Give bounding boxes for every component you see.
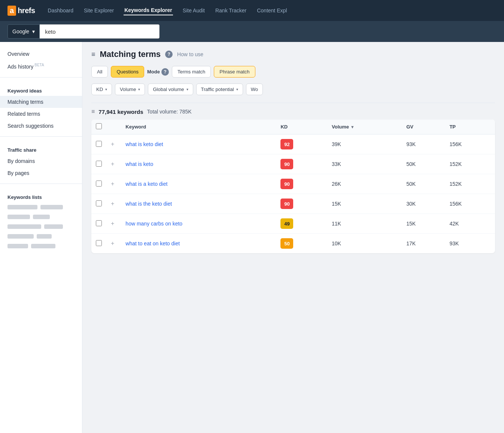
row-checkbox-1[interactable]: [96, 161, 102, 167]
keywords-table: Keyword KD Volume ▼ GV TP + what is keto…: [91, 119, 495, 253]
add-keyword-btn[interactable]: +: [111, 161, 114, 167]
row-keyword: what is keto: [121, 154, 276, 174]
results-count: 77,941 keywords: [98, 109, 143, 115]
row-add-cell: +: [106, 214, 121, 234]
search-bar: Google ▾: [0, 21, 504, 42]
keyword-link[interactable]: what is a keto diet: [125, 181, 167, 187]
row-keyword: what is keto diet: [121, 134, 276, 154]
blur-list-item-2: [0, 212, 82, 222]
row-kd: 90: [276, 194, 327, 214]
main-layout: Overview Ads historyBETA Keyword ideas M…: [0, 42, 504, 433]
engine-select[interactable]: Google ▾: [7, 24, 40, 39]
results-volume: Total volume: 785K: [147, 109, 192, 115]
row-add-cell: +: [106, 174, 121, 194]
table-row: + what is the keto diet 90 15K 30K 156K: [91, 194, 495, 214]
keyword-link[interactable]: what is the keto diet: [125, 201, 172, 207]
logo[interactable]: ahrefs: [7, 6, 35, 16]
nav-keywords-explorer[interactable]: Keywords Explorer: [124, 6, 173, 15]
row-tp: 152K: [445, 174, 495, 194]
results-menu-icon[interactable]: ≡: [91, 108, 95, 115]
volume-sort-icon: ▼: [350, 125, 355, 129]
add-keyword-btn[interactable]: +: [111, 141, 114, 147]
dropdown-global-volume[interactable]: Global volume ▾: [148, 84, 193, 95]
row-checkbox-5[interactable]: [96, 240, 102, 246]
row-kd: 90: [276, 154, 327, 174]
row-volume: 11K: [327, 214, 402, 234]
hamburger-icon[interactable]: ≡: [91, 51, 95, 58]
filter-questions[interactable]: Questions: [111, 66, 144, 78]
kd-badge: 90: [280, 199, 293, 209]
dropdown-wo[interactable]: Wo: [246, 84, 263, 95]
sidebar-item-by-pages[interactable]: By pages: [0, 167, 82, 179]
sidebar-item-search-suggestions[interactable]: Search suggestions: [0, 120, 82, 132]
kd-badge: 50: [280, 238, 293, 249]
sidebar-item-related-terms[interactable]: Related terms: [0, 108, 82, 120]
sidebar-item-matching-terms[interactable]: Matching terms: [0, 96, 82, 108]
keyword-link[interactable]: what to eat on keto diet: [125, 240, 180, 246]
nav-site-explorer[interactable]: Site Explorer: [83, 6, 115, 15]
sidebar: Overview Ads historyBETA Keyword ideas M…: [0, 42, 82, 433]
nav-rank-tracker[interactable]: Rank Tracker: [215, 6, 247, 15]
filter-terms-match[interactable]: Terms match: [172, 66, 211, 78]
row-checkbox-cell: [91, 234, 106, 254]
keyword-link[interactable]: what is keto: [125, 161, 153, 167]
sidebar-item-overview[interactable]: Overview: [0, 48, 82, 60]
kd-badge: 92: [280, 139, 293, 149]
row-kd: 50: [276, 234, 327, 254]
filter-all[interactable]: All: [91, 66, 108, 78]
add-keyword-btn[interactable]: +: [111, 220, 114, 227]
row-checkbox-cell: [91, 134, 106, 154]
row-gv: 15K: [402, 214, 445, 234]
add-keyword-btn[interactable]: +: [111, 181, 114, 187]
how-to-use-link[interactable]: How to use: [177, 51, 203, 57]
nav-dashboard[interactable]: Dashboard: [47, 6, 75, 15]
row-volume: 26K: [327, 174, 402, 194]
row-kd: 92: [276, 134, 327, 154]
dropdown-kd[interactable]: KD ▾: [91, 84, 112, 95]
row-add-cell: +: [106, 134, 121, 154]
row-volume: 15K: [327, 194, 402, 214]
dropdown-volume[interactable]: Volume ▾: [115, 84, 145, 95]
nav-content-explorer[interactable]: Content Expl: [256, 6, 288, 15]
row-kd: 90: [276, 174, 327, 194]
add-keyword-btn[interactable]: +: [111, 200, 114, 207]
keyword-link[interactable]: how many carbs on keto: [125, 221, 182, 227]
kd-badge: 90: [280, 159, 293, 169]
table-row: + what to eat on keto diet 50 10K 17K 93…: [91, 234, 495, 254]
sidebar-item-ads-history[interactable]: Ads historyBETA: [0, 60, 82, 73]
logo-a: a: [7, 6, 16, 16]
row-checkbox-4[interactable]: [96, 220, 102, 226]
th-tp: TP: [445, 119, 495, 134]
filter-row: All Questions Mode ? Terms match Phrase …: [91, 66, 495, 78]
volume-arrow: ▾: [138, 87, 140, 91]
filter-phrase-match[interactable]: Phrase match: [214, 66, 255, 78]
select-all-checkbox[interactable]: [96, 123, 102, 129]
add-keyword-btn[interactable]: +: [111, 240, 114, 246]
mode-help-icon[interactable]: ?: [161, 68, 169, 76]
section-keyword-ideas: Keyword ideas: [0, 82, 82, 96]
top-navigation: ahrefs Dashboard Site Explorer Keywords …: [0, 0, 504, 21]
row-gv: 50K: [402, 154, 445, 174]
th-volume[interactable]: Volume ▼: [327, 119, 402, 134]
row-checkbox-3[interactable]: [96, 200, 102, 206]
help-icon[interactable]: ?: [165, 51, 173, 58]
keyword-link[interactable]: what is keto diet: [125, 141, 163, 147]
dropdown-traffic-potential[interactable]: Traffic potential ▾: [196, 84, 243, 95]
row-checkbox-2[interactable]: [96, 181, 102, 187]
row-checkbox-0[interactable]: [96, 141, 102, 147]
logo-hrefs: hrefs: [18, 6, 35, 15]
sidebar-item-by-domains[interactable]: By domains: [0, 155, 82, 167]
row-add-cell: +: [106, 234, 121, 254]
tp-arrow: ▾: [236, 87, 238, 91]
row-checkbox-cell: [91, 194, 106, 214]
search-input[interactable]: [40, 24, 160, 39]
engine-label: Google: [12, 28, 29, 34]
kd-badge: 90: [280, 179, 293, 189]
engine-arrow: ▾: [32, 28, 35, 34]
row-keyword: what to eat on keto diet: [121, 234, 276, 254]
row-volume: 33K: [327, 154, 402, 174]
row-keyword: what is a keto diet: [121, 174, 276, 194]
row-tp: 152K: [445, 154, 495, 174]
row-keyword: how many carbs on keto: [121, 214, 276, 234]
nav-site-audit[interactable]: Site Audit: [182, 6, 206, 15]
